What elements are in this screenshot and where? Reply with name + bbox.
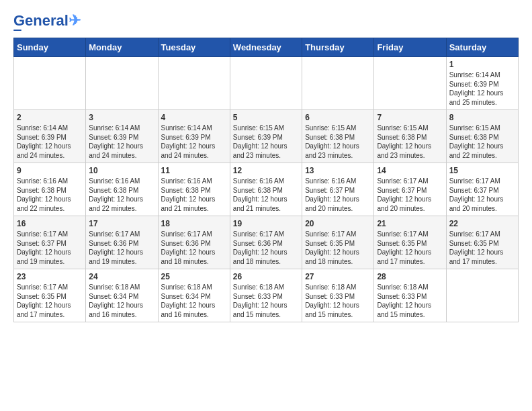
day-cell [230,57,302,110]
day-number: 22 [449,219,515,228]
day-cell: 21Sunrise: 6:17 AMSunset: 6:35 PMDayligh… [374,216,446,269]
day-number: 27 [305,272,371,281]
day-info: Sunrise: 6:17 AMSunset: 6:35 PMDaylight:… [449,230,515,266]
day-number: 12 [233,166,299,175]
day-cell [374,57,446,110]
day-info: Sunrise: 6:14 AMSunset: 6:39 PMDaylight:… [161,124,227,160]
day-number: 26 [233,272,299,281]
day-cell: 14Sunrise: 6:17 AMSunset: 6:37 PMDayligh… [374,163,446,216]
day-number: 19 [233,219,299,228]
day-cell: 4Sunrise: 6:14 AMSunset: 6:39 PMDaylight… [158,110,230,163]
logo-blue [13,30,21,31]
day-info: Sunrise: 6:17 AMSunset: 6:37 PMDaylight:… [449,177,515,213]
day-number: 2 [17,113,83,122]
day-cell: 6Sunrise: 6:15 AMSunset: 6:38 PMDaylight… [302,110,374,163]
logo-general: General✈ [13,13,81,28]
day-info: Sunrise: 6:14 AMSunset: 6:39 PMDaylight:… [17,124,83,160]
day-cell: 16Sunrise: 6:17 AMSunset: 6:37 PMDayligh… [14,216,86,269]
logo: General✈ [13,13,81,31]
week-row-5: 23Sunrise: 6:17 AMSunset: 6:35 PMDayligh… [14,269,519,322]
day-info: Sunrise: 6:15 AMSunset: 6:38 PMDaylight:… [305,124,371,160]
day-number: 5 [233,113,299,122]
day-cell [14,57,86,110]
day-cell: 5Sunrise: 6:15 AMSunset: 6:39 PMDaylight… [230,110,302,163]
day-info: Sunrise: 6:17 AMSunset: 6:37 PMDaylight:… [377,177,443,213]
day-number: 14 [377,166,443,175]
day-number: 18 [161,219,227,228]
weekday-wednesday: Wednesday [230,38,302,57]
day-info: Sunrise: 6:16 AMSunset: 6:38 PMDaylight:… [161,177,227,213]
day-cell: 17Sunrise: 6:17 AMSunset: 6:36 PMDayligh… [86,216,158,269]
weekday-saturday: Saturday [446,38,518,57]
day-info: Sunrise: 6:17 AMSunset: 6:37 PMDaylight:… [17,230,83,266]
day-cell: 13Sunrise: 6:16 AMSunset: 6:37 PMDayligh… [302,163,374,216]
day-number: 28 [377,272,443,281]
week-row-4: 16Sunrise: 6:17 AMSunset: 6:37 PMDayligh… [14,216,519,269]
day-number: 8 [449,113,515,122]
day-cell [446,269,518,322]
day-info: Sunrise: 6:18 AMSunset: 6:33 PMDaylight:… [233,283,299,319]
day-number: 9 [17,166,83,175]
day-info: Sunrise: 6:16 AMSunset: 6:38 PMDaylight:… [17,177,83,213]
day-cell: 18Sunrise: 6:17 AMSunset: 6:36 PMDayligh… [158,216,230,269]
week-row-1: 1Sunrise: 6:14 AMSunset: 6:39 PMDaylight… [14,57,519,110]
day-info: Sunrise: 6:17 AMSunset: 6:36 PMDaylight:… [161,230,227,266]
day-info: Sunrise: 6:18 AMSunset: 6:33 PMDaylight:… [305,283,371,319]
weekday-sunday: Sunday [14,38,86,57]
day-info: Sunrise: 6:18 AMSunset: 6:34 PMDaylight:… [161,283,227,319]
calendar-table: SundayMondayTuesdayWednesdayThursdayFrid… [13,38,519,322]
week-row-2: 2Sunrise: 6:14 AMSunset: 6:39 PMDaylight… [14,110,519,163]
day-info: Sunrise: 6:16 AMSunset: 6:38 PMDaylight:… [89,177,154,213]
day-cell [86,57,158,110]
page-header: General✈ [13,13,519,31]
day-cell: 10Sunrise: 6:16 AMSunset: 6:38 PMDayligh… [86,163,158,216]
day-number: 1 [449,60,515,69]
day-cell: 2Sunrise: 6:14 AMSunset: 6:39 PMDaylight… [14,110,86,163]
day-info: Sunrise: 6:14 AMSunset: 6:39 PMDaylight:… [89,124,154,160]
day-number: 3 [89,113,154,122]
day-number: 13 [305,166,371,175]
day-info: Sunrise: 6:18 AMSunset: 6:34 PMDaylight:… [89,283,154,319]
day-number: 10 [89,166,154,175]
day-number: 16 [17,219,83,228]
day-number: 15 [449,166,515,175]
day-info: Sunrise: 6:18 AMSunset: 6:33 PMDaylight:… [377,283,443,319]
day-number: 7 [377,113,443,122]
day-cell: 20Sunrise: 6:17 AMSunset: 6:35 PMDayligh… [302,216,374,269]
day-cell: 1Sunrise: 6:14 AMSunset: 6:39 PMDaylight… [446,57,518,110]
weekday-monday: Monday [86,38,158,57]
day-info: Sunrise: 6:16 AMSunset: 6:38 PMDaylight:… [233,177,299,213]
day-cell: 22Sunrise: 6:17 AMSunset: 6:35 PMDayligh… [446,216,518,269]
day-cell: 27Sunrise: 6:18 AMSunset: 6:33 PMDayligh… [302,269,374,322]
day-cell: 3Sunrise: 6:14 AMSunset: 6:39 PMDaylight… [86,110,158,163]
day-number: 6 [305,113,371,122]
day-info: Sunrise: 6:15 AMSunset: 6:39 PMDaylight:… [233,124,299,160]
day-cell: 11Sunrise: 6:16 AMSunset: 6:38 PMDayligh… [158,163,230,216]
day-info: Sunrise: 6:14 AMSunset: 6:39 PMDaylight:… [449,71,515,107]
day-number: 21 [377,219,443,228]
day-info: Sunrise: 6:17 AMSunset: 6:36 PMDaylight:… [233,230,299,266]
weekday-tuesday: Tuesday [158,38,230,57]
day-number: 17 [89,219,154,228]
day-info: Sunrise: 6:17 AMSunset: 6:35 PMDaylight:… [377,230,443,266]
week-row-3: 9Sunrise: 6:16 AMSunset: 6:38 PMDaylight… [14,163,519,216]
day-cell: 9Sunrise: 6:16 AMSunset: 6:38 PMDaylight… [14,163,86,216]
day-info: Sunrise: 6:16 AMSunset: 6:37 PMDaylight:… [305,177,371,213]
day-number: 23 [17,272,83,281]
day-cell: 12Sunrise: 6:16 AMSunset: 6:38 PMDayligh… [230,163,302,216]
day-cell: 24Sunrise: 6:18 AMSunset: 6:34 PMDayligh… [86,269,158,322]
day-info: Sunrise: 6:15 AMSunset: 6:38 PMDaylight:… [449,124,515,160]
day-cell: 8Sunrise: 6:15 AMSunset: 6:38 PMDaylight… [446,110,518,163]
weekday-thursday: Thursday [302,38,374,57]
day-cell: 28Sunrise: 6:18 AMSunset: 6:33 PMDayligh… [374,269,446,322]
day-info: Sunrise: 6:15 AMSunset: 6:38 PMDaylight:… [377,124,443,160]
weekday-friday: Friday [374,38,446,57]
day-number: 4 [161,113,227,122]
weekday-header-row: SundayMondayTuesdayWednesdayThursdayFrid… [14,38,519,57]
day-cell: 26Sunrise: 6:18 AMSunset: 6:33 PMDayligh… [230,269,302,322]
day-number: 11 [161,166,227,175]
day-cell [302,57,374,110]
day-cell: 19Sunrise: 6:17 AMSunset: 6:36 PMDayligh… [230,216,302,269]
day-cell: 23Sunrise: 6:17 AMSunset: 6:35 PMDayligh… [14,269,86,322]
day-info: Sunrise: 6:17 AMSunset: 6:35 PMDaylight:… [17,283,83,319]
